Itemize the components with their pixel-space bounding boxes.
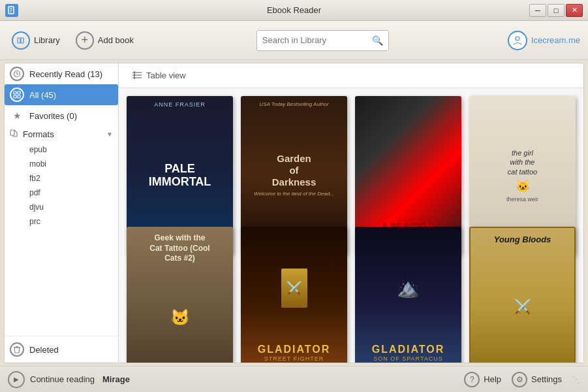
content-toolbar: Table view <box>119 63 583 88</box>
sidebar-bottom: Deleted <box>5 336 118 363</box>
sidebar-format-epub[interactable]: epub <box>5 142 118 157</box>
formats-arrow: ▼ <box>106 131 113 138</box>
settings-icon: ⚙ <box>512 372 527 387</box>
settings-label: Settings <box>531 374 562 384</box>
book-grid: ANNE FRASIER PALEIMMORTAL ANNE FRASIER U… <box>119 88 583 363</box>
minimize-button[interactable]: ─ <box>529 4 546 17</box>
add-icon: + <box>76 31 94 50</box>
continue-reading-button[interactable]: ▶ Continue reading Mirage <box>8 371 130 388</box>
add-book-label: Add book <box>98 35 134 45</box>
svg-rect-5 <box>21 38 23 43</box>
window-controls: ─ □ ✕ <box>529 4 583 17</box>
sidebar-item-all[interactable]: All (45) <box>5 84 118 105</box>
add-book-button[interactable]: + Add book <box>72 29 138 52</box>
toolbar: Library + Add book 🔍 Icecream.me <box>0 21 588 60</box>
recently-read-label: Recently Read (13) <box>29 69 102 79</box>
settings-button[interactable]: ⚙ Settings <box>512 372 562 387</box>
recently-read-icon <box>10 67 24 81</box>
continue-reading-label: Continue reading <box>30 374 95 384</box>
book-subtitle: SON OF SPARTACUS <box>372 355 445 362</box>
book-geek-cat[interactable]: Geek with theCat Tattoo (CoolCats #2) 🐱 … <box>127 227 233 363</box>
title-bar: Ebook Reader ─ □ ✕ <box>0 0 588 21</box>
book-author: theresa weir <box>506 196 538 203</box>
search-bar: 🔍 <box>256 30 389 51</box>
icecream-button[interactable]: Icecream.me <box>508 31 580 50</box>
app-icon <box>5 4 18 17</box>
svg-rect-14 <box>10 130 14 135</box>
table-view-label: Table view <box>146 71 186 80</box>
deleted-label: Deleted <box>29 345 59 355</box>
svg-rect-10 <box>14 91 16 94</box>
resize-handle[interactable]: ⋱ <box>572 376 580 384</box>
book-gladiator-street[interactable]: ⚔️ GLADIATOR STREET FIGHTER SIMONSCARROW <box>241 227 347 363</box>
icecream-label: Icecream.me <box>531 35 580 45</box>
content-area: Table view ANNE FRASIER PALEIMMORTAL ANN… <box>119 63 583 363</box>
book-title: PALEIMMORTAL <box>149 163 211 189</box>
book-title: GLADIATOR <box>258 344 331 355</box>
favorites-label: Favorites (0) <box>29 111 77 121</box>
table-view-icon <box>132 71 142 81</box>
book-title: the girlwith thecat tattoo <box>506 148 538 176</box>
deleted-icon <box>10 342 24 357</box>
book-decoration: 🐱 <box>170 308 190 327</box>
search-input[interactable] <box>262 35 372 45</box>
formats-icon <box>10 129 18 139</box>
sidebar-format-pdf[interactable]: pdf <box>5 186 118 200</box>
svg-point-6 <box>516 37 519 41</box>
svg-rect-12 <box>14 95 16 98</box>
formats-label: Formats <box>23 129 54 139</box>
sidebar-item-favorites[interactable]: ★ Favorites (0) <box>5 105 118 126</box>
book-title: Geek with theCat Tattoo (CoolCats #2) <box>149 233 209 264</box>
library-label: Library <box>34 35 60 45</box>
help-label: Help <box>484 374 501 384</box>
sidebar-item-deleted[interactable]: Deleted <box>5 339 118 360</box>
play-icon: ▶ <box>8 371 25 388</box>
reading-book-name: Mirage <box>102 374 130 384</box>
sidebar: Recently Read (13) All (45) ★ Favorites … <box>5 63 119 363</box>
sidebar-format-prc[interactable]: prc <box>5 214 118 229</box>
book-subtitle: STREET FIGHTER <box>258 355 331 362</box>
table-view-button[interactable]: Table view <box>127 69 191 83</box>
svg-rect-4 <box>18 38 20 43</box>
book-title: GLADIATOR <box>372 344 445 355</box>
sidebar-item-formats[interactable]: Formats ▼ <box>5 126 118 142</box>
book-title: Young Bloods <box>494 235 551 244</box>
main-area: Recently Read (13) All (45) ★ Favorites … <box>4 63 584 363</box>
bottom-right: ? Help ⚙ Settings ⋱ <box>464 372 580 387</box>
sidebar-format-djvu[interactable]: djvu <box>5 200 118 214</box>
library-button[interactable]: Library <box>8 29 64 52</box>
cat-emoji: 🐱 <box>506 179 538 193</box>
book-series: ANNE FRASIER <box>154 101 206 108</box>
help-icon: ? <box>464 372 480 387</box>
search-icon[interactable]: 🔍 <box>372 35 383 46</box>
favorites-icon: ★ <box>10 108 24 123</box>
book-gladiator-son[interactable]: 🏔️ GLADIATOR SON OF SPARTACUS SIMONSCARR… <box>355 227 461 363</box>
book-title: GardenofDarkness <box>272 153 317 188</box>
book-young-bloods[interactable]: Young Bloods ⚔️ Simon Scarrow <box>469 227 576 363</box>
bottom-bar: ▶ Continue reading Mirage ? Help ⚙ Setti… <box>0 366 588 392</box>
help-button[interactable]: ? Help <box>464 372 501 387</box>
book-series: USA Today Bestselling Author <box>259 101 328 107</box>
book-subtitle: Welcome to the land of the Dead... <box>254 191 334 197</box>
sidebar-item-recently-read[interactable]: Recently Read (13) <box>5 63 118 84</box>
app-title: Ebook Reader <box>267 5 321 15</box>
sidebar-format-fb2[interactable]: fb2 <box>5 171 118 186</box>
close-button[interactable]: ✕ <box>566 4 583 17</box>
svg-rect-13 <box>18 95 20 98</box>
sidebar-format-mobi[interactable]: mobi <box>5 157 118 171</box>
svg-rect-11 <box>18 91 20 94</box>
user-avatar <box>508 31 527 50</box>
library-icon <box>12 31 30 50</box>
format-list: epubmobifb2pdfdjvuprc <box>5 142 118 229</box>
restore-button[interactable]: □ <box>548 4 565 17</box>
all-label: All (45) <box>29 90 56 100</box>
all-icon <box>10 88 24 102</box>
